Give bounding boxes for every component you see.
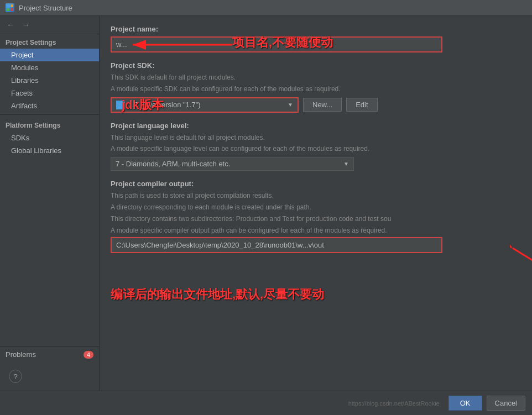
- compiler-output-label: Project compiler output:: [111, 180, 521, 188]
- title-bar: Project Structure: [0, 0, 532, 16]
- sidebar-bottom: ?: [0, 362, 99, 391]
- help-button[interactable]: ?: [9, 370, 22, 383]
- forward-button[interactable]: →: [20, 19, 32, 30]
- sidebar-item-global-libraries[interactable]: Global Libraries: [0, 144, 99, 157]
- language-level-value: 7 - Diamonds, ARM, multi-catch etc.: [116, 160, 343, 168]
- compiler-desc4: A module specific compiler output path c…: [111, 226, 521, 235]
- lang-dropdown-arrow: ▼: [343, 161, 349, 167]
- project-language-level-section: Project language level: This language le…: [111, 122, 521, 171]
- svg-rect-3: [11, 8, 13, 11]
- cancel-button[interactable]: Cancel: [487, 396, 525, 411]
- sidebar-divider: [0, 114, 99, 115]
- svg-rect-0: [7, 4, 10, 8]
- compiler-desc3: This directory contains two subdirectori…: [111, 214, 521, 224]
- platform-settings-label: Platform Settings: [0, 117, 99, 132]
- sdk-desc2: A module specific SDK can be configured …: [111, 85, 521, 94]
- footer: https://blog.csdn.net/ABestRookie OK Can…: [0, 391, 532, 415]
- svg-line-7: [513, 248, 532, 270]
- sidebar-item-modules[interactable]: Modules: [0, 61, 99, 74]
- project-settings-label: Project Settings: [0, 34, 99, 49]
- compiler-desc1: This path is used to store all project c…: [111, 191, 521, 201]
- nav-bar: ← →: [0, 16, 99, 34]
- dialog-icon: [6, 3, 14, 12]
- sdk-folder-icon: [116, 101, 125, 109]
- edit-sdk-button[interactable]: Edit: [346, 98, 377, 112]
- svg-rect-2: [7, 8, 9, 11]
- sidebar-item-project[interactable]: Project: [0, 49, 99, 61]
- back-button[interactable]: ←: [4, 19, 17, 30]
- compiler-output-arrow: [510, 243, 532, 276]
- sidebar: ← → Project Settings Project Modules Lib…: [0, 16, 100, 391]
- project-structure-dialog: Project Structure ← → Project Settings P…: [0, 0, 532, 415]
- sidebar-item-artifacts[interactable]: Artifacts: [0, 99, 99, 112]
- problems-label: Problems: [6, 350, 84, 359]
- lang-desc2: A module specific language level can be …: [111, 144, 521, 154]
- problems-row[interactable]: Problems 4: [0, 346, 99, 362]
- content-area: Project name: 项目名,不要随便动: [100, 16, 532, 391]
- compiler-annotation: 编译后的输出文件地址,默认,尽量不要动: [111, 287, 324, 301]
- compiler-output-input[interactable]: [111, 237, 442, 253]
- project-sdk-section: Project SDK: This SDK is default for all…: [111, 61, 521, 113]
- sidebar-item-libraries[interactable]: Libraries: [0, 74, 99, 87]
- sdk-desc1: This SDK is default for all project modu…: [111, 73, 521, 82]
- compiler-output-section: Project compiler output: This path is us…: [111, 180, 521, 303]
- sdk-row: 1.7 (java version "1.7") ▼ New... Edit j…: [111, 97, 521, 113]
- project-name-arrow: [127, 31, 238, 59]
- dialog-title: Project Structure: [19, 4, 72, 12]
- lang-desc1: This language level is default for all p…: [111, 133, 521, 143]
- new-sdk-button[interactable]: New...: [303, 98, 342, 112]
- ok-button[interactable]: OK: [448, 396, 482, 411]
- svg-rect-1: [11, 4, 13, 7]
- project-name-section: Project name: 项目名,不要随便动: [111, 25, 521, 52]
- compiler-desc2: A directory corresponding to each module…: [111, 203, 521, 212]
- sdk-value: 1.7 (java version "1.7"): [128, 101, 288, 109]
- footer-url: https://blog.csdn.net/ABestRookie: [7, 400, 440, 407]
- language-level-dropdown[interactable]: 7 - Diamonds, ARM, multi-catch etc. ▼: [111, 157, 354, 171]
- problems-badge: 4: [84, 351, 93, 359]
- sdk-dropdown-arrow: ▼: [288, 102, 293, 108]
- sdk-dropdown[interactable]: 1.7 (java version "1.7") ▼: [111, 97, 299, 113]
- sidebar-item-sdks[interactable]: SDKs: [0, 132, 99, 144]
- sidebar-item-facets[interactable]: Facets: [0, 87, 99, 99]
- project-sdk-label: Project SDK:: [111, 61, 521, 70]
- language-level-label: Project language level:: [111, 122, 521, 130]
